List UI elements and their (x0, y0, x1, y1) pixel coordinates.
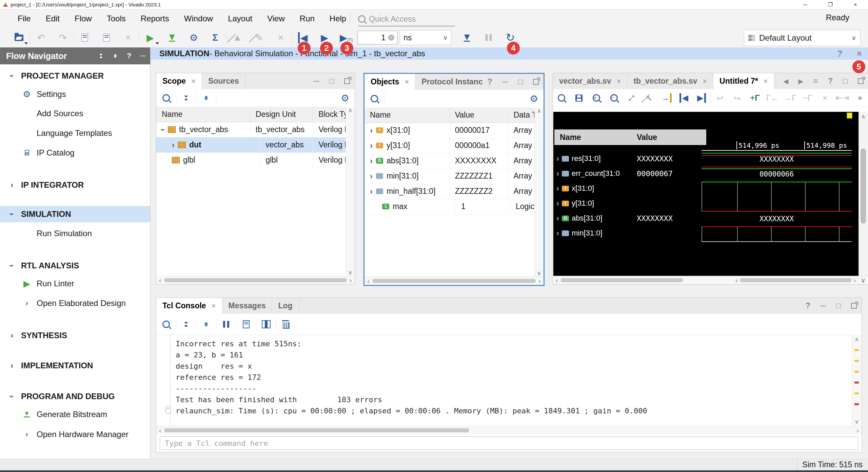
search-button[interactable] (156, 94, 176, 102)
chevron-down-icon[interactable]: › (8, 391, 16, 402)
menu-flow[interactable]: Flow (75, 14, 92, 23)
scroll-right-icon[interactable]: › (350, 276, 352, 284)
clear-icon[interactable]: × (388, 35, 394, 41)
time-unit-select[interactable]: ns ∨ (400, 30, 451, 45)
chevron-right-icon[interactable]: › (370, 126, 373, 135)
chevron-right-icon[interactable]: › (370, 187, 373, 196)
remove-marker-button[interactable]: −Γ (799, 93, 816, 103)
sidebar-item-ip-catalog[interactable]: ⌸ IP Catalog (0, 145, 150, 161)
scroll-down-icon[interactable]: ∨ (852, 418, 861, 425)
previous-marker-button[interactable]: Γ← (764, 93, 781, 103)
search-button[interactable] (553, 94, 570, 102)
tab-protocol-instances[interactable]: Protocol Instanc (415, 74, 489, 90)
chevron-right-icon[interactable]: › (556, 214, 559, 222)
chevron-down-icon[interactable]: › (159, 128, 167, 131)
float-panel-icon[interactable] (344, 78, 350, 84)
close-tab-icon[interactable]: × (191, 77, 196, 86)
vertical-scrollbar[interactable]: ∧ ∨ (852, 335, 861, 426)
sidebar-item-implementation[interactable]: › IMPLEMENTATION (0, 357, 150, 374)
scroll-left-icon[interactable]: ‹ (367, 277, 370, 285)
float-panel-icon[interactable] (851, 303, 857, 309)
tab-scope[interactable]: Scope× (156, 73, 202, 89)
zoom-in-button[interactable]: + (588, 94, 605, 102)
sidebar-item-open-elaborated-design[interactable]: › Open Elaborated Design (0, 295, 150, 311)
table-row[interactable]: › x[31:0] 00000017 Array (364, 123, 544, 138)
wave-signal-name[interactable]: › abs[31:0] (554, 211, 632, 226)
collapse-all-button[interactable] (176, 321, 196, 328)
horizontal-scrollbar[interactable]: ‹ › (364, 276, 544, 285)
layout-selector[interactable]: Default Layout ∨ (744, 30, 861, 46)
sidebar-item-run-simulation[interactable]: Run Simulation (0, 225, 150, 242)
report-button[interactable]: Σ (204, 30, 226, 45)
clear-console-button[interactable] (276, 320, 296, 329)
chevron-right-icon[interactable]: › (370, 172, 373, 180)
chevron-right-icon[interactable]: › (7, 362, 17, 370)
help-icon[interactable]: ? (806, 301, 810, 310)
tab-menu-icon[interactable]: ≡ (813, 77, 818, 86)
zoom-fit-button[interactable]: ⤢ (623, 94, 640, 102)
chevron-right-icon[interactable]: › (556, 199, 559, 207)
sidebar-item-synthesis[interactable]: › SYNTHESIS (0, 327, 150, 344)
copy-button[interactable] (74, 30, 96, 45)
disabled-elaborate-button[interactable]: ▲ (226, 30, 248, 45)
word-wrap-button[interactable] (256, 320, 276, 328)
close-icon[interactable]: × (857, 48, 862, 59)
tab-sources[interactable]: Sources (202, 73, 245, 89)
chevron-down-icon[interactable]: › (8, 209, 16, 219)
paste-button[interactable] (96, 30, 117, 45)
minimize-button[interactable]: ─ (793, 2, 818, 8)
wave-signal-name[interactable]: › err_count[31:0 (554, 166, 632, 181)
scroll-up-icon[interactable]: ∧ (852, 336, 861, 343)
chevron-right-icon[interactable]: › (556, 169, 559, 178)
menu-window[interactable]: Window (184, 14, 213, 23)
help-icon[interactable]: ? (837, 48, 843, 59)
disabled-close-button[interactable]: × (270, 30, 292, 45)
expand-all-icon[interactable] (114, 54, 117, 58)
minimize-panel-icon[interactable]: ─ (821, 301, 826, 310)
column-header-value[interactable]: Value (450, 107, 508, 123)
table-row[interactable]: › tb_vector_abs tb_vector_abs Verilog M (156, 122, 355, 138)
column-header-name[interactable]: Name (364, 107, 450, 123)
gear-icon[interactable]: ⚙ (341, 93, 349, 104)
float-panel-icon[interactable] (858, 78, 864, 84)
add-marker-button[interactable]: +Γ (747, 93, 764, 103)
sidebar-item-settings[interactable]: ⚙ Settings (0, 86, 150, 102)
minimize-panel-icon[interactable]: ─ (502, 77, 508, 86)
tab-tb-vector-abs-sv[interactable]: tb_vector_abs.sv× (627, 73, 713, 89)
close-tab-icon[interactable]: × (703, 77, 707, 86)
tcl-command-input[interactable] (160, 436, 858, 450)
tab-messages[interactable]: Messages (222, 298, 272, 314)
table-row[interactable]: › min_half[31:0] ZZZZZZZ2 Array (364, 184, 544, 199)
redo-button[interactable]: ↷ (52, 30, 74, 45)
settings-button[interactable]: ⚙ (183, 30, 204, 45)
next-tab-icon[interactable]: ▶ (798, 78, 803, 85)
chevron-right-icon[interactable]: › (556, 155, 559, 163)
menu-help[interactable]: Help (330, 14, 346, 23)
scroll-right-icon[interactable]: › (856, 427, 859, 434)
open-project-button[interactable] (8, 30, 30, 45)
console-output[interactable]: Incorrect res at time 515ns: a = 23, b =… (157, 335, 852, 426)
next-marker-button[interactable]: →Γ (782, 93, 798, 103)
zoom-out-button[interactable]: − (606, 94, 623, 102)
generate-bitstream-button[interactable]: ▼ (161, 30, 183, 45)
redo-zoom-button[interactable]: ⮡ (729, 93, 746, 103)
search-button[interactable] (156, 321, 176, 328)
chevron-down-icon[interactable]: › (8, 71, 16, 81)
table-row[interactable]: › y[31:0] 000000a1 Array (364, 138, 544, 153)
tab-objects[interactable]: Objects× (364, 74, 415, 90)
chevron-right-icon[interactable]: › (21, 300, 33, 307)
maximize-panel-icon[interactable]: □ (518, 77, 523, 86)
close-tab-icon[interactable]: × (212, 302, 216, 310)
prev-tab-icon[interactable]: ◀ (784, 78, 788, 85)
wave-signal-name[interactable]: › x[31:0] (554, 181, 632, 196)
maximize-panel-icon[interactable]: □ (843, 77, 848, 86)
tab-vector-abs-sv[interactable]: vector_abs.sv× (553, 73, 627, 89)
wave-signal-name[interactable]: › res[31:0] (554, 151, 632, 166)
step-button[interactable]: ▼ (456, 30, 478, 45)
overflow-icon[interactable]: » (851, 94, 868, 102)
menu-reports[interactable]: Reports (141, 14, 169, 23)
scrollbar-thumb[interactable] (861, 148, 866, 224)
table-row-selected[interactable]: › dut vector_abs Verilog M (156, 137, 355, 153)
delete-button[interactable]: × (816, 93, 833, 103)
sidebar-item-ip-integrator[interactable]: › IP INTEGRATOR (0, 177, 150, 193)
